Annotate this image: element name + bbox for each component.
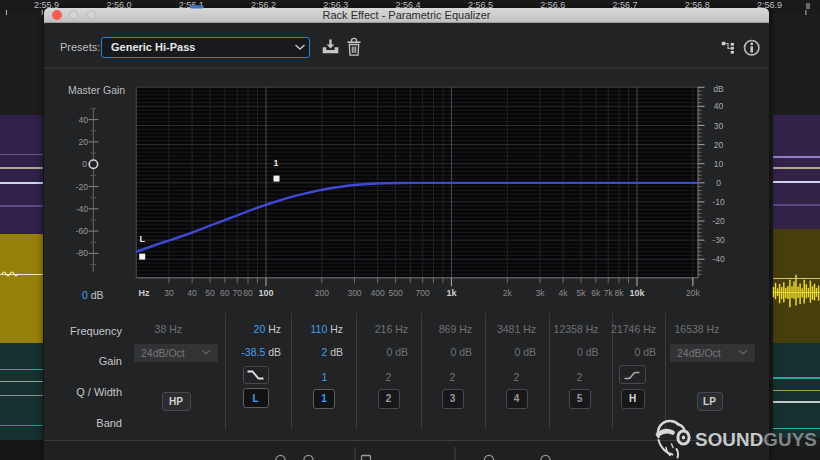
svg-text:20k: 20k — [686, 288, 700, 298]
svg-text:-20: -20 — [712, 216, 725, 226]
svg-text:Hz: Hz — [139, 288, 150, 298]
svg-text:200: 200 — [315, 288, 329, 298]
svg-text:20: 20 — [79, 137, 89, 147]
svg-text:10: 10 — [714, 159, 724, 169]
svg-text:20: 20 — [714, 140, 724, 150]
svg-text:2:56.8: 2:56.8 — [685, 0, 710, 10]
svg-text:40: 40 — [187, 288, 197, 298]
svg-text:300: 300 — [347, 288, 361, 298]
svg-text:70: 70 — [232, 288, 242, 298]
svg-text:7k: 7k — [604, 288, 614, 298]
svg-text:500: 500 — [389, 288, 403, 298]
svg-text:700: 700 — [416, 288, 430, 298]
svg-text:2:56.6: 2:56.6 — [540, 0, 565, 10]
svg-text:-40: -40 — [712, 254, 725, 264]
svg-text:2:56.4: 2:56.4 — [396, 0, 421, 10]
svg-text:-20: -20 — [76, 182, 89, 192]
svg-text:80: 80 — [243, 288, 253, 298]
svg-text:2:56.3: 2:56.3 — [323, 0, 348, 10]
svg-text:dB: dB — [713, 84, 724, 94]
svg-text:2:56.5: 2:56.5 — [468, 0, 493, 10]
svg-text:0: 0 — [82, 159, 87, 169]
svg-text:40: 40 — [714, 101, 724, 111]
svg-text:2:56.0: 2:56.0 — [106, 0, 131, 10]
svg-text:6k: 6k — [591, 288, 601, 298]
svg-text:1: 1 — [274, 158, 279, 168]
svg-text:-60: -60 — [76, 226, 89, 236]
svg-text:5k: 5k — [577, 288, 587, 298]
svg-text:2:56.9: 2:56.9 — [757, 0, 782, 10]
svg-text:-40: -40 — [76, 204, 89, 214]
svg-text:-80: -80 — [76, 248, 89, 258]
svg-text:100: 100 — [258, 288, 273, 298]
svg-text:40: 40 — [79, 115, 89, 125]
svg-text:8k: 8k — [615, 288, 625, 298]
svg-text:2:56.2: 2:56.2 — [251, 0, 276, 10]
svg-text:10k: 10k — [629, 288, 645, 298]
svg-text:-30: -30 — [712, 235, 725, 245]
svg-text:3k: 3k — [536, 288, 546, 298]
svg-text:60: 60 — [220, 288, 230, 298]
svg-text:400: 400 — [371, 288, 385, 298]
svg-text:2:56.7: 2:56.7 — [612, 0, 637, 10]
svg-text:0: 0 — [716, 178, 721, 188]
svg-text:-10: -10 — [712, 197, 725, 207]
svg-text:50: 50 — [205, 288, 215, 298]
svg-text:1k: 1k — [446, 288, 457, 298]
svg-text:L: L — [140, 234, 146, 244]
svg-text:2:55.9: 2:55.9 — [34, 0, 59, 10]
svg-text:4k: 4k — [559, 288, 569, 298]
svg-text:2k: 2k — [503, 288, 513, 298]
svg-text:30: 30 — [714, 121, 724, 131]
svg-text:30: 30 — [164, 288, 174, 298]
